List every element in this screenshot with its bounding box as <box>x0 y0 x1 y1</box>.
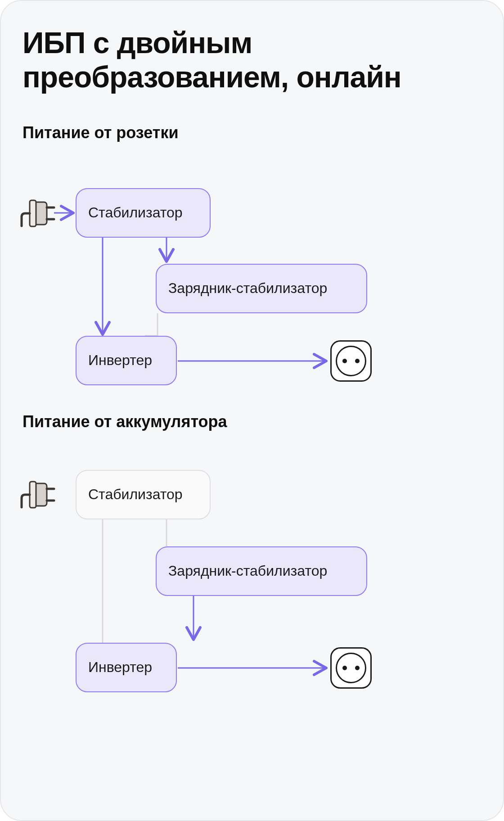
section-mains: Стабилизатор Зарядник-стабилизатор Инвер… <box>22 142 482 412</box>
node-label: Стабилизатор <box>88 486 183 503</box>
section-mains-subtitle: Питание от розетки <box>22 123 482 142</box>
node-label: Стабилизатор <box>88 204 183 221</box>
battery-charger-node: Зарядник-стабилизатор <box>156 546 367 596</box>
socket-icon <box>330 647 372 689</box>
diagram-card: ИБП с двойным преобразованием, онлайн Пи… <box>0 0 504 821</box>
node-label: Зарядник-стабилизатор <box>168 280 327 297</box>
section-battery-subtitle: Питание от аккумулятора <box>22 412 482 431</box>
mains-stabilizer-node: Стабилизатор <box>76 188 211 238</box>
plug-icon <box>20 479 56 510</box>
battery-inverter-node: Инвертер <box>76 643 177 692</box>
node-label: Инвертер <box>88 352 152 369</box>
battery-stabilizer-node: Стабилизатор <box>76 470 211 519</box>
node-label: Зарядник-стабилизатор <box>168 563 327 579</box>
diagram-title: ИБП с двойным преобразованием, онлайн <box>22 26 482 95</box>
node-label: Инвертер <box>88 659 152 676</box>
mains-charger-node: Зарядник-стабилизатор <box>156 264 367 313</box>
socket-icon <box>330 340 372 382</box>
mains-inverter-node: Инвертер <box>76 336 177 385</box>
plug-icon <box>20 198 56 229</box>
section-battery: Стабилизатор Зарядник-стабилизатор Инвер… <box>22 447 482 735</box>
